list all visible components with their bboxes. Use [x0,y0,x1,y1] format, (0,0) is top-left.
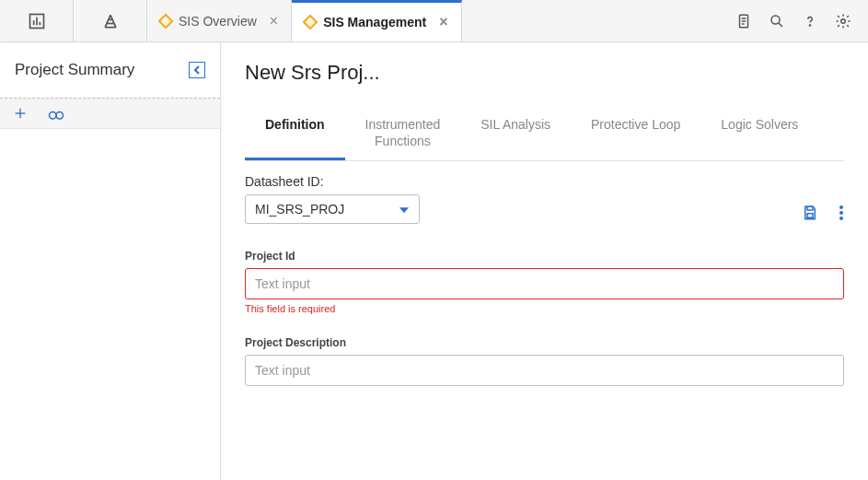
tab-close-icon[interactable]: × [270,14,278,29]
subtab-definition[interactable]: Definition [245,107,345,160]
subtabs: Definition Instrumented Functions SIL An… [245,107,844,161]
add-button[interactable] [13,106,28,121]
svg-point-20 [56,112,64,120]
subtab-instrumented-functions[interactable]: Instrumented Functions [345,107,461,160]
sidebar-collapse-button[interactable] [189,62,205,78]
diamond-icon [158,13,174,29]
page-title: New Srs Proj... [245,61,844,85]
subtab-logic-solvers[interactable]: Logic Solvers [700,107,818,160]
pyramid-icon [101,12,120,30]
svg-rect-23 [807,214,813,218]
plus-icon [13,106,28,121]
tab-label: SIS Overview [179,14,257,29]
layers-icon-button[interactable] [74,0,147,41]
tab-sis-management[interactable]: SIS Management × [292,0,461,41]
save-icon[interactable] [802,205,818,224]
svg-rect-22 [807,207,813,211]
datasheet-id-select-wrap: MI_SRS_PROJ [245,194,420,224]
svg-line-14 [779,23,782,27]
sidebar-header: Project Summary [0,42,220,98]
sidebar: Project Summary [0,42,221,480]
chart-icon-button[interactable] [0,0,74,41]
clipboard-icon[interactable] [735,13,752,29]
more-menu-icon[interactable] [839,205,844,224]
project-description-field: Project Description [245,336,844,386]
svg-point-13 [771,16,780,24]
diamond-icon [303,15,318,30]
project-id-input[interactable] [245,268,844,299]
project-id-field: Project Id This field is required [245,250,844,314]
tab-close-icon[interactable]: × [439,15,447,29]
datasheet-row: Datasheet ID: MI_SRS_PROJ [245,174,844,224]
chevron-left-icon [193,65,201,75]
tab-sis-overview[interactable]: SIS Overview × [147,0,292,41]
binoculars-button[interactable] [48,106,64,121]
svg-point-19 [50,112,57,120]
datasheet-id-select[interactable]: MI_SRS_PROJ [245,194,420,224]
help-icon[interactable] [802,13,818,29]
bar-chart-icon [28,12,46,30]
project-description-label: Project Description [245,336,844,349]
svg-point-24 [839,205,843,209]
subtab-protective-loop[interactable]: Protective Loop [571,107,700,160]
sidebar-title: Project Summary [15,61,134,79]
project-description-input[interactable] [245,355,844,386]
svg-point-16 [841,18,846,23]
svg-line-4 [105,15,110,27]
content: New Srs Proj... Definition Instrumented … [221,42,868,480]
topbar: SIS Overview × SIS Management × [0,0,868,42]
svg-point-26 [839,217,843,220]
tab-strip: SIS Overview × SIS Management × [147,0,719,41]
gear-icon[interactable] [835,13,851,29]
project-id-label: Project Id [245,250,844,263]
svg-point-25 [839,211,843,215]
svg-line-5 [110,15,116,27]
binoculars-icon [48,106,64,121]
subtab-sil-analysis[interactable]: SIL Analysis [460,107,571,160]
main-layout: Project Summary New Srs Proj... [0,42,868,480]
datasheet-id-label: Datasheet ID: [245,174,420,189]
project-id-error: This field is required [245,303,844,314]
search-icon[interactable] [769,13,785,29]
tab-label: SIS Management [323,15,426,29]
svg-point-15 [809,24,810,25]
datasheet-actions [802,205,844,224]
sidebar-toolbar [0,98,220,129]
topbar-actions [719,0,868,41]
